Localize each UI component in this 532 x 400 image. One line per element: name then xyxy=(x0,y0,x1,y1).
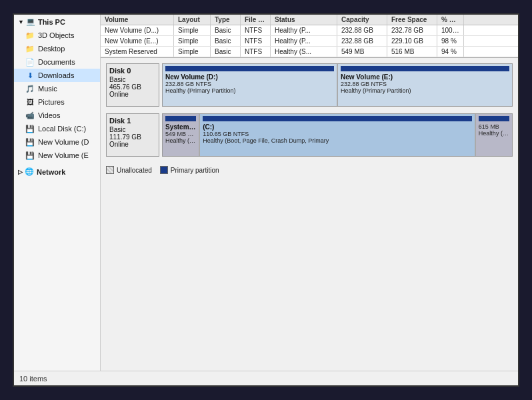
col-header-status: Status xyxy=(271,15,337,25)
cell-layout-1: Simple xyxy=(174,36,211,46)
sidebar-section-network[interactable]: ▷ 🌐 Network xyxy=(14,165,100,179)
pictures-icon: 🖼 xyxy=(25,97,35,107)
music-icon: 🎵 xyxy=(25,84,35,93)
sidebar-item-pictures[interactable]: 🖼 Pictures xyxy=(14,95,100,109)
disk-1-size: 111.79 GB xyxy=(109,133,156,141)
partition-detail2: Healthy (Recovery Partiti xyxy=(479,130,509,137)
col-header-layout: Layout xyxy=(174,15,211,25)
partition-system-reserved[interactable]: System Reserved 549 MB NTFS Healthy (Sys… xyxy=(163,114,200,156)
partition-header-bar xyxy=(479,116,509,121)
computer-icon: 💻 xyxy=(26,17,35,26)
sidebar-item-label: New Volume (D xyxy=(38,138,89,146)
sidebar-section-label: This PC xyxy=(38,18,65,26)
disk-1-type: Basic xyxy=(109,126,156,133)
sidebar-item-desktop[interactable]: 📁 Desktop xyxy=(14,42,100,55)
sidebar-item-videos[interactable]: 📹 Videos xyxy=(14,109,100,122)
legend-primary-box xyxy=(160,166,168,174)
partition-name: New Volume (E:) xyxy=(341,73,509,81)
partition-detail1: 549 MB NTFS xyxy=(165,131,196,137)
partition-header-bar xyxy=(203,116,472,121)
cell-layout-2: Simple xyxy=(174,47,211,57)
disk-row-1: Disk 1 Basic 111.79 GB Online System Res… xyxy=(106,113,513,157)
sidebar-item-label: Documents xyxy=(38,58,75,66)
legend-unalloc-box xyxy=(106,166,114,174)
partition-e[interactable]: New Volume (E:) 232.88 GB NTFS Healthy (… xyxy=(338,64,512,106)
partition-detail2: Healthy (System, Active... xyxy=(165,137,196,144)
disk-0-label: Disk 0 xyxy=(109,67,156,75)
partition-recovery[interactable]: 615 MB Healthy (Recovery Partiti xyxy=(476,114,512,156)
legend-item-primary: Primary partition xyxy=(160,166,219,174)
sidebar: ▼ 💻 This PC 📁 3D Objects 📁 Desktop 📄 Doc… xyxy=(14,15,101,385)
disk-1-partitions: System Reserved 549 MB NTFS Healthy (Sys… xyxy=(162,113,513,157)
disk-0-size: 465.76 GB xyxy=(109,83,156,91)
legend-primary-label: Primary partition xyxy=(171,167,219,174)
disk-0-type: Basic xyxy=(109,76,156,83)
cell-cap-2: 549 MB xyxy=(337,47,387,57)
cell-layout-0: Simple xyxy=(174,25,211,35)
partition-name: System Reserved xyxy=(165,123,196,131)
cell-pct-0: 100 % xyxy=(437,25,464,35)
sidebar-item-music[interactable]: 🎵 Music xyxy=(14,82,100,95)
partition-header-bar xyxy=(341,66,509,71)
sidebar-item-label: Downloads xyxy=(38,71,74,79)
cell-status-0: Healthy (P... xyxy=(271,25,337,35)
sidebar-item-label: Local Disk (C:) xyxy=(38,125,86,133)
disk-icon: 💾 xyxy=(25,151,35,160)
downloads-icon: ⬇ xyxy=(25,71,35,80)
sidebar-item-local-disk-c[interactable]: 💾 Local Disk (C:) xyxy=(14,122,100,135)
col-header-pct: % Free xyxy=(437,15,464,25)
documents-icon: 📄 xyxy=(25,57,35,67)
sidebar-item-label: 3D Objects xyxy=(38,31,74,39)
disk-row-0: Disk 0 Basic 465.76 GB Online New Volume… xyxy=(106,63,513,107)
status-bar: 10 items xyxy=(14,371,518,385)
partition-d[interactable]: New Volume (D:) 232.88 GB NTFS Healthy (… xyxy=(163,64,338,106)
partition-detail2: Healthy (Primary Partition) xyxy=(165,87,334,94)
cell-type-0: Basic xyxy=(211,25,241,35)
sidebar-item-documents[interactable]: 📄 Documents xyxy=(14,55,100,69)
table-header-row: Volume Layout Type File System Status Ca… xyxy=(101,15,518,25)
table-row[interactable]: New Volume (E...) Simple Basic NTFS Heal… xyxy=(101,36,518,47)
sidebar-network-label: Network xyxy=(37,168,65,176)
cell-pct-2: 94 % xyxy=(437,47,464,57)
partition-header-bar xyxy=(165,66,334,71)
partition-detail1: 110.65 GB NTFS xyxy=(203,131,472,137)
cell-type-1: Basic xyxy=(211,36,241,46)
cell-pct-1: 98 % xyxy=(437,36,464,46)
legend: Unallocated Primary partition xyxy=(106,163,513,177)
sidebar-item-3d-objects[interactable]: 📁 3D Objects xyxy=(14,29,100,42)
cell-status-2: Healthy (S... xyxy=(271,47,337,57)
partition-detail1: 615 MB xyxy=(479,123,509,130)
legend-unalloc-label: Unallocated xyxy=(117,167,152,174)
partition-detail1: 232.88 GB NTFS xyxy=(165,81,334,87)
disk-map-area: Disk 0 Basic 465.76 GB Online New Volume… xyxy=(101,58,518,385)
disk-icon: 💾 xyxy=(25,137,35,147)
disk-icon: 💾 xyxy=(25,124,35,133)
disk-0-partitions: New Volume (D:) 232.88 GB NTFS Healthy (… xyxy=(162,63,513,107)
sidebar-section-this-pc[interactable]: ▼ 💻 This PC xyxy=(14,15,100,29)
col-header-volume: Volume xyxy=(101,15,174,25)
partition-detail2: Healthy (Boot, Page File, Crash Dump, Pr… xyxy=(203,137,472,144)
sidebar-item-downloads[interactable]: ⬇ Downloads xyxy=(14,69,100,82)
cell-status-1: Healthy (P... xyxy=(271,36,337,46)
partition-detail1: 232.88 GB NTFS xyxy=(341,81,509,87)
expand-arrow-network-icon: ▷ xyxy=(18,169,23,175)
cell-volume-2: System Reserved xyxy=(101,47,174,57)
sidebar-item-label: Videos xyxy=(38,111,60,119)
sidebar-item-label: Desktop xyxy=(38,45,65,53)
cell-cap-0: 232.88 GB xyxy=(337,25,387,35)
disk-1-info: Disk 1 Basic 111.79 GB Online xyxy=(106,113,159,157)
sidebar-item-label: Pictures xyxy=(38,98,65,106)
folder-icon: 📁 xyxy=(25,31,35,40)
partition-c[interactable]: (C:) 110.65 GB NTFS Healthy (Boot, Page … xyxy=(200,114,476,156)
disk-0-status: Online xyxy=(109,91,156,98)
cell-free-1: 229.10 GB xyxy=(387,36,437,46)
partition-detail2: Healthy (Primary Partition) xyxy=(341,87,509,94)
col-header-fs: File System xyxy=(241,15,271,25)
col-header-free: Free Space xyxy=(387,15,437,25)
cell-fs-1: NTFS xyxy=(241,36,271,46)
table-row[interactable]: System Reserved Simple Basic NTFS Health… xyxy=(101,47,518,57)
sidebar-item-new-volume-d[interactable]: 💾 New Volume (D xyxy=(14,135,100,149)
cell-cap-1: 232.88 GB xyxy=(337,36,387,46)
table-row[interactable]: New Volume (D...) Simple Basic NTFS Heal… xyxy=(101,25,518,36)
sidebar-item-new-volume-e[interactable]: 💾 New Volume (E xyxy=(14,149,100,162)
